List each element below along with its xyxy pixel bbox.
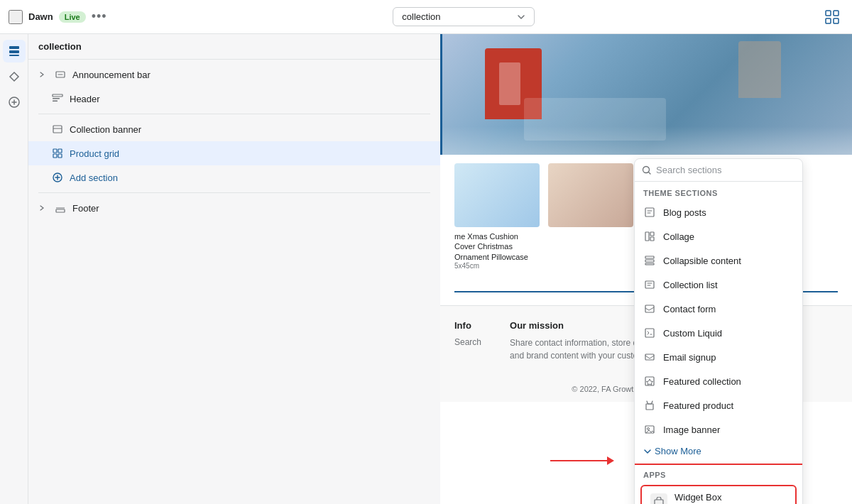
svg-rect-22 (650, 232, 654, 236)
grid-view-button[interactable] (821, 6, 843, 28)
announcement-bar-icon (54, 68, 67, 81)
search-magnify-icon (642, 165, 652, 175)
menu-button[interactable] (9, 10, 23, 24)
chevron-down-small-icon (643, 447, 652, 456)
sidebar-icon-strip (0, 34, 28, 504)
main-layout: collection Announcement bar Header (0, 34, 852, 504)
grid-icon (824, 9, 841, 26)
dropdown-item-contact-form[interactable]: Contact form (635, 297, 802, 321)
sidebar-item-header[interactable]: Header (28, 87, 440, 111)
apps-label: APPS (635, 465, 802, 482)
product-image-2 (548, 163, 633, 227)
svg-rect-26 (645, 263, 654, 265)
image-banner-label: Image banner (663, 424, 720, 435)
svg-rect-0 (826, 11, 831, 16)
product-card-2 (548, 163, 633, 270)
dropdown-item-collection-list[interactable]: Collection list (635, 273, 802, 297)
dropdown-item-blog-posts[interactable]: Blog posts (635, 200, 802, 224)
footer-col-info: Info Search (454, 320, 481, 362)
svg-rect-16 (58, 154, 62, 158)
apps-section: APPS Widget Box Ali Reviews - Product Re… (635, 464, 802, 504)
email-signup-label: Email signup (663, 352, 716, 363)
sidebar-panel: collection Announcement bar Header (28, 34, 440, 504)
topbar-right (821, 6, 843, 28)
svg-rect-5 (9, 50, 19, 53)
theme-name: Dawn (28, 11, 53, 22)
dropdown-item-featured-product[interactable]: Featured product (635, 393, 802, 417)
svg-rect-35 (655, 500, 663, 505)
more-button[interactable]: ••• (92, 9, 107, 24)
apps-icon-btn[interactable] (3, 65, 26, 88)
sidebar-item-footer[interactable]: Footer (28, 196, 440, 220)
svg-rect-12 (53, 126, 62, 133)
collection-list-label: Collection list (663, 280, 718, 290)
search-box (635, 159, 802, 182)
sidebar-item-announcement-bar[interactable]: Announcement bar (28, 62, 440, 87)
dropdown-item-collapsible-content[interactable]: Collapsible content (635, 248, 802, 273)
featured-collection-icon (643, 375, 656, 388)
show-more-label: Show More (655, 446, 701, 456)
collection-banner-icon (51, 123, 64, 136)
svg-rect-6 (9, 55, 19, 56)
svg-rect-15 (53, 154, 57, 158)
add-section-line-left (454, 291, 638, 292)
product-card-1: me Xmas Cushion Cover Christmas Ornament… (454, 163, 540, 270)
topbar-left: Dawn Live ••• (9, 9, 107, 24)
dropdown-item-image-banner[interactable]: Image banner (635, 417, 802, 442)
sidebar-item-add-section[interactable]: Add section (28, 165, 440, 190)
svg-rect-3 (834, 18, 839, 23)
page-select[interactable]: collection (393, 7, 535, 26)
contact-form-icon (643, 302, 656, 315)
divider-2 (38, 192, 430, 193)
svg-rect-20 (645, 208, 654, 217)
svg-rect-23 (650, 237, 654, 241)
collection-banner-label: Collection banner (70, 124, 141, 135)
footer-icon (54, 202, 67, 214)
custom-liquid-label: Custom Liquid (663, 328, 722, 339)
svg-rect-1 (834, 11, 839, 16)
sidebar-item-collection-banner[interactable]: Collection banner (28, 117, 440, 141)
footer-label: Footer (72, 203, 99, 214)
footer-search-link[interactable]: Search (454, 337, 481, 347)
live-badge: Live (59, 11, 86, 23)
search-input[interactable] (656, 165, 795, 175)
preview-area: me Xmas Cushion Cover Christmas Ornament… (440, 34, 852, 504)
theme-sections-label: THEME SECTIONS (635, 182, 802, 200)
product-image-1 (454, 163, 540, 227)
header-label: Header (70, 94, 100, 104)
dropdown-item-featured-collection[interactable]: Featured collection (635, 369, 802, 393)
sections-icon-btn[interactable] (3, 40, 26, 62)
email-signup-icon (643, 351, 656, 363)
featured-collection-label: Featured collection (663, 376, 741, 387)
add-icon (8, 96, 21, 109)
svg-rect-24 (645, 256, 654, 258)
add-icon-btn[interactable] (3, 91, 26, 114)
svg-point-34 (648, 428, 650, 430)
collage-label: Collage (663, 231, 694, 242)
svg-rect-9 (53, 94, 62, 97)
svg-rect-4 (9, 46, 19, 49)
show-more-button[interactable]: Show More (635, 442, 802, 462)
dropdown-item-email-signup[interactable]: Email signup (635, 345, 802, 369)
svg-rect-11 (53, 101, 58, 102)
svg-rect-18 (56, 209, 65, 212)
svg-rect-25 (645, 260, 654, 262)
svg-rect-30 (645, 354, 654, 360)
svg-rect-29 (645, 329, 654, 337)
dropdown-item-custom-liquid[interactable]: Custom Liquid (635, 321, 802, 345)
svg-rect-2 (826, 18, 831, 23)
product-title-1: me Xmas Cushion Cover Christmas Ornament… (454, 231, 540, 262)
collapsible-content-label: Collapsible content (663, 256, 741, 266)
apps-item-widget-box[interactable]: Widget Box Ali Reviews - Product Reviews (640, 485, 797, 504)
sidebar-items-list: Announcement bar Header Collection banne… (28, 60, 440, 504)
dropdown-item-collage[interactable]: Collage (635, 224, 802, 248)
announcement-bar-label: Announcement bar (72, 70, 151, 80)
collage-icon (643, 230, 656, 243)
svg-rect-21 (645, 232, 649, 241)
sidebar-item-product-grid[interactable]: Product grid (28, 141, 440, 165)
collapsible-content-icon (643, 254, 656, 267)
add-section-dropdown: THEME SECTIONS Blog posts Collage (634, 158, 803, 504)
footer-info-title: Info (454, 320, 481, 331)
expand-icon (38, 70, 48, 80)
product-size-1: 5x45cm (454, 262, 540, 270)
